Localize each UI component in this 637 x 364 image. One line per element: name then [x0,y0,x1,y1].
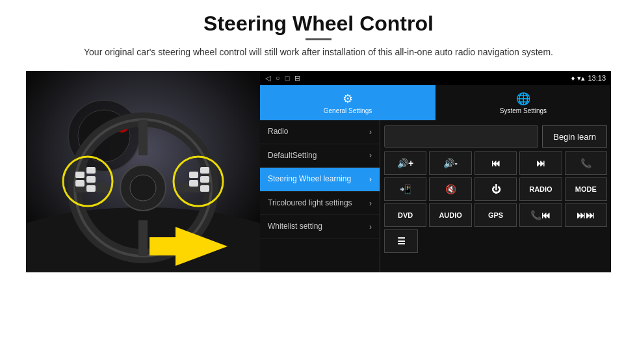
chevron-icon-steering: › [369,175,372,184]
controls-row-1: 🔊+ 🔊- ⏮ ⏭ 📞 [384,151,607,175]
call-answer-button[interactable]: 📲 [384,177,426,201]
page-container: Steering Wheel Control Your original car… [0,0,637,364]
android-panel: ◁ ○ □ ⊟ ♦ ▾▴ 13:13 ⚙ General Settings [260,71,611,272]
list-icon: ☰ [397,236,406,246]
signal-icon: ▾▴ [577,74,585,83]
power-button[interactable]: ⏻ [474,177,517,201]
list-icon-button[interactable]: ☰ [384,229,418,253]
back-icon[interactable]: ◁ [265,74,270,83]
audio-label: AUDIO [439,211,462,219]
gps-label: GPS [488,211,503,219]
subtitle: Your original car's steering wheel contr… [84,46,553,59]
vol-up-button[interactable]: 🔊+ [384,151,426,175]
dvd-button[interactable]: DVD [384,203,426,227]
svg-rect-21 [189,180,198,187]
vol-down-icon: 🔊- [443,158,458,168]
home-icon[interactable]: ○ [276,74,280,83]
controls-row-2: 📲 🔇 ⏻ RADIO MO [384,177,607,201]
status-indicators: ♦ ▾▴ 13:13 [571,74,606,83]
content-row: ◁ ○ □ ⊟ ♦ ▾▴ 13:13 ⚙ General Settings [26,71,611,358]
controls-row-4: ☰ [384,229,607,253]
menu-tricoloured-label: Tricoloured light settings [268,198,369,209]
menu-whitelist-label: Whitelist setting [268,222,369,232]
begin-learn-button[interactable]: Begin learn [542,125,607,148]
phone-button[interactable]: 📞 [565,151,607,175]
power-icon: ⏻ [491,184,500,194]
svg-rect-19 [86,185,96,192]
settings-tabs: ⚙ General Settings 🌐 System Settings [260,85,611,120]
tab-system-label: System Settings [500,107,547,114]
svg-rect-16 [75,180,84,187]
mute-icon: 🔇 [445,184,456,194]
tab-general[interactable]: ⚙ General Settings [260,85,436,120]
skip-next-icon: ⏭⏭ [577,210,595,220]
prev-track-icon: ⏮ [491,158,500,168]
menu-icon[interactable]: ⊟ [294,74,300,83]
menu-steering-label: Steering Wheel learning [268,174,369,185]
svg-rect-26 [150,237,188,255]
menu-radio-label: Radio [268,127,369,137]
time-display: 13:13 [588,74,606,82]
title-divider [306,38,332,40]
mute-button[interactable]: 🔇 [429,177,471,201]
radio-button[interactable]: RADIO [519,177,562,201]
mode-button[interactable]: MODE [565,177,607,201]
audio-button[interactable]: AUDIO [429,203,471,227]
phone-prev-icon: 📞⏮ [530,210,551,220]
prev-track-button[interactable]: ⏮ [474,151,517,175]
system-settings-icon: 🌐 [516,92,530,106]
steering-wheel-image [26,71,260,272]
radio-label: RADIO [529,185,552,193]
svg-rect-17 [86,167,96,174]
svg-rect-15 [75,172,84,178]
svg-rect-22 [200,167,209,174]
nav-buttons: ◁ ○ □ ⊟ [265,74,300,83]
svg-rect-23 [200,176,209,183]
controls-grid: 🔊+ 🔊- ⏮ ⏭ 📞 [384,151,607,253]
phone-icon: 📞 [580,158,592,168]
begin-learn-row: Begin learn [384,124,607,149]
menu-item-default[interactable]: DefaultSetting › [260,144,380,168]
call-answer-icon: 📲 [400,184,411,194]
recents-icon[interactable]: □ [285,74,290,83]
location-icon: ♦ [571,74,575,82]
chevron-icon-default: › [369,151,372,160]
menu-panel: Radio › DefaultSetting › Steering Wheel … [260,120,380,272]
svg-rect-24 [200,185,209,192]
tab-general-label: General Settings [324,107,372,114]
general-settings-icon: ⚙ [343,92,353,106]
menu-default-label: DefaultSetting [268,151,369,161]
learn-input-field[interactable] [384,125,538,148]
status-bar: ◁ ○ □ ⊟ ♦ ▾▴ 13:13 [260,71,611,85]
svg-rect-20 [189,172,198,178]
controls-panel: Begin learn 🔊+ 🔊- ⏮ [380,120,611,272]
menu-item-radio[interactable]: Radio › [260,120,380,144]
mode-label: MODE [575,185,597,193]
controls-row-3: DVD AUDIO GPS 📞⏮ [384,203,607,227]
menu-item-steering[interactable]: Steering Wheel learning › [260,168,380,192]
skip-next-button[interactable]: ⏭⏭ [565,203,607,227]
page-title: Steering Wheel Control [84,12,553,36]
title-section: Steering Wheel Control Your original car… [84,12,553,67]
next-track-button[interactable]: ⏭ [519,151,562,175]
next-track-icon: ⏭ [536,158,545,168]
chevron-icon-radio: › [369,127,372,136]
svg-rect-18 [86,176,96,183]
tab-system[interactable]: 🌐 System Settings [436,85,611,120]
main-content: Radio › DefaultSetting › Steering Wheel … [260,120,611,272]
phone-prev-button[interactable]: 📞⏮ [519,203,562,227]
svg-point-12 [130,175,156,201]
dvd-label: DVD [398,211,413,219]
chevron-icon-whitelist: › [369,222,372,231]
chevron-icon-tricoloured: › [369,199,372,208]
vol-up-icon: 🔊+ [397,158,413,168]
menu-item-tricoloured[interactable]: Tricoloured light settings › [260,192,380,216]
vol-down-button[interactable]: 🔊- [429,151,471,175]
gps-button[interactable]: GPS [474,203,517,227]
menu-item-whitelist[interactable]: Whitelist setting › [260,215,380,239]
